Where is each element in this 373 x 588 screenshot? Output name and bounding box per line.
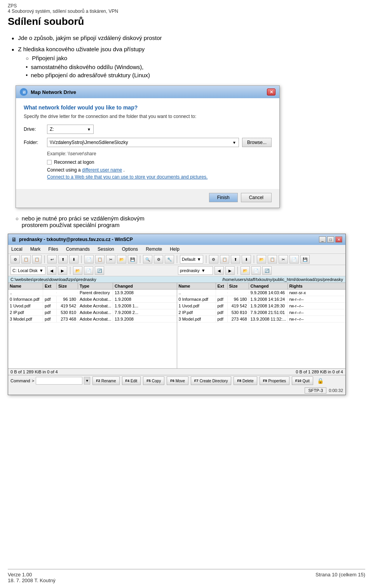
right-panel-row[interactable]: 2 IP.pdf pdf 530 810 7.9.2008 21:51:01 r… bbox=[177, 309, 346, 316]
different-user-link[interactable]: different user name bbox=[82, 167, 122, 173]
winscp-close-button[interactable]: ✕ bbox=[335, 236, 342, 243]
toolbar-btn-20[interactable]: 📋 bbox=[268, 255, 277, 264]
winscp-maximize-button[interactable]: □ bbox=[327, 236, 334, 243]
right-col-name[interactable]: Name bbox=[177, 283, 216, 289]
toolbar-btn-12[interactable]: 🔍 bbox=[143, 255, 152, 264]
toolbar-btn-8[interactable]: 📋 bbox=[95, 255, 105, 264]
toolbar-btn-7[interactable]: 📄 bbox=[84, 255, 94, 264]
web-site-link[interactable]: Connect to a Web site that you can use t… bbox=[47, 174, 207, 180]
drive-dropdown[interactable]: Z: ▼ bbox=[47, 125, 94, 134]
right-path-btn-1[interactable]: ◀ bbox=[214, 266, 224, 275]
dialog-close-button[interactable]: ✕ bbox=[267, 88, 275, 95]
toolbar-btn-17[interactable]: ⬆ bbox=[231, 255, 240, 264]
left-drive-dropdown[interactable]: C: Local Disk ▼ bbox=[10, 266, 45, 275]
left-cell-type: Parent directory bbox=[78, 290, 113, 296]
toolbar-btn-22[interactable]: 📄 bbox=[289, 255, 299, 264]
right-path-btn-3[interactable]: 📂 bbox=[241, 266, 250, 275]
left-drive-label: C: Local Disk bbox=[12, 268, 38, 273]
left-path-btn-1[interactable]: ◀ bbox=[47, 266, 56, 275]
menu-commands[interactable]: Commands bbox=[64, 246, 91, 253]
left-path-btn-3[interactable]: 📂 bbox=[73, 266, 82, 275]
menu-remote[interactable]: Remote bbox=[144, 246, 164, 253]
left-cell-size bbox=[57, 292, 78, 293]
left-panel-row[interactable]: 1 Uvod.pdf pdf 419 542 Adobe Acrobat... … bbox=[8, 303, 177, 309]
right-drive-dropdown[interactable]: prednasky ▼ bbox=[178, 266, 213, 275]
f4-edit-btn[interactable]: F4 Edit bbox=[122, 376, 141, 385]
f10-label: Quit bbox=[302, 379, 309, 383]
left-col-name[interactable]: Name bbox=[8, 283, 43, 289]
left-path-btn-5[interactable]: 🔄 bbox=[95, 266, 104, 275]
toolbar-btn-23[interactable]: 💾 bbox=[300, 255, 310, 264]
right-col-changed[interactable]: Changed bbox=[249, 283, 288, 289]
command-input[interactable] bbox=[36, 377, 82, 385]
left-panel-body: .. Parent directory 13.9.2008 0 Informac… bbox=[8, 290, 177, 368]
f9-props-btn[interactable]: F9 Properties bbox=[260, 376, 289, 385]
left-col-changed[interactable]: Changed bbox=[113, 283, 144, 289]
left-col-type[interactable]: Type bbox=[78, 283, 113, 289]
right-path-btn-4[interactable]: 📄 bbox=[251, 266, 261, 275]
menu-options[interactable]: Options bbox=[120, 246, 139, 253]
toolbar-btn-16[interactable]: 📋 bbox=[220, 255, 229, 264]
bullet-item-1: • Jde o způsob, jakým se připojí vzdálen… bbox=[12, 35, 365, 43]
right-cell-name: .. bbox=[177, 290, 216, 296]
toolbar-btn-11[interactable]: 💾 bbox=[128, 255, 137, 264]
toolbar-dropdown-default[interactable]: Default ▼ bbox=[180, 255, 203, 264]
toolbar-btn-21[interactable]: ✂ bbox=[279, 255, 288, 264]
toolbar-btn-19[interactable]: 📂 bbox=[257, 255, 266, 264]
toolbar-btn-18[interactable]: ⬇ bbox=[242, 255, 251, 264]
right-panel-row[interactable]: .. 9.9.2008 14:03:46 rwxr-sr-x bbox=[177, 290, 346, 296]
right-col-size[interactable]: Size bbox=[228, 283, 249, 289]
left-panel-row[interactable]: .. Parent directory 13.9.2008 bbox=[8, 290, 177, 296]
toolbar-btn-1[interactable]: ⚙ bbox=[10, 255, 20, 264]
f7-mkdir-btn[interactable]: F7 Create Directory bbox=[191, 376, 231, 385]
right-path-btn-2[interactable]: ▶ bbox=[225, 266, 235, 275]
menu-files[interactable]: Files bbox=[47, 246, 59, 253]
drive-value: Z: bbox=[50, 127, 54, 132]
left-col-ext[interactable]: Ext bbox=[43, 283, 57, 289]
toolbar-btn-4[interactable]: ↩ bbox=[47, 255, 57, 264]
f10-quit-btn[interactable]: F10 Quit bbox=[292, 376, 313, 385]
right-cell-size: 530 810 bbox=[228, 309, 249, 316]
toolbar-btn-2[interactable]: 📋 bbox=[21, 255, 31, 264]
toolbar-btn-13[interactable]: ⚙ bbox=[154, 255, 163, 264]
toolbar-btn-3[interactable]: 📋 bbox=[32, 255, 42, 264]
menu-help[interactable]: Help bbox=[168, 246, 181, 253]
right-path-btn-5[interactable]: 🔄 bbox=[262, 266, 272, 275]
menu-session[interactable]: Session bbox=[96, 246, 116, 253]
right-panel-row[interactable]: 1 Uvod.pdf pdf 419 542 1.9.2008 14:28:30… bbox=[177, 303, 346, 309]
finish-button[interactable]: Finish bbox=[209, 193, 238, 202]
right-panel-row[interactable]: 0 Informace.pdf pdf 96 180 1.9.2008 14:1… bbox=[177, 296, 346, 303]
reconnect-checkbox[interactable] bbox=[47, 160, 52, 165]
menu-mark[interactable]: Mark bbox=[29, 246, 42, 253]
toolbar-btn-14[interactable]: 🔧 bbox=[165, 255, 174, 264]
f8-delete-btn[interactable]: F8 Delete bbox=[234, 376, 257, 385]
right-cell-changed: 1.9.2008 14:28:30 bbox=[249, 303, 288, 309]
command-dropdown-btn[interactable]: ▼ bbox=[84, 377, 90, 385]
toolbar-btn-9[interactable]: ✂ bbox=[106, 255, 115, 264]
f6-move-btn[interactable]: F6 Move bbox=[167, 376, 188, 385]
browse-button[interactable]: Browse... bbox=[242, 138, 272, 147]
left-panel-row[interactable]: 3 Model.pdf pdf 273 468 Adobe Acrobat...… bbox=[8, 316, 177, 323]
folder-arrow: ▼ bbox=[232, 140, 236, 145]
toolbar-btn-5[interactable]: ⬆ bbox=[58, 255, 68, 264]
f2-rename-btn[interactable]: F2 Rename bbox=[92, 376, 119, 385]
menu-local[interactable]: Local bbox=[10, 246, 24, 253]
right-col-ext[interactable]: Ext bbox=[216, 283, 228, 289]
left-path-btn-4[interactable]: 📄 bbox=[84, 266, 93, 275]
left-panel-row[interactable]: 0 Informace.pdf pdf 96 180 Adobe Acrobat… bbox=[8, 296, 177, 303]
left-path-btn-2[interactable]: ▶ bbox=[58, 266, 67, 275]
right-col-rights[interactable]: Rights bbox=[288, 283, 315, 289]
toolbar-btn-6[interactable]: ⬇ bbox=[69, 255, 78, 264]
toolbar-btn-10[interactable]: 📂 bbox=[117, 255, 126, 264]
toolbar-btn-15[interactable]: ⚙ bbox=[209, 255, 218, 264]
winscp-menubar: Local Mark Files Commands Session Option… bbox=[8, 245, 345, 254]
winscp-minimize-button[interactable]: _ bbox=[319, 236, 326, 243]
left-panel-row[interactable]: 2 IP.pdf pdf 530 810 Adobe Acrobat... 7.… bbox=[8, 309, 177, 316]
cancel-button[interactable]: Cancel bbox=[241, 193, 272, 202]
right-panel-row[interactable]: 3 Model.pdf pdf 273 468 13.9.2008 11:32:… bbox=[177, 316, 346, 323]
folder-dropdown[interactable]: \\VzdalenySstroj\JmenoSdileneSlozky ▼ bbox=[47, 138, 239, 147]
right-drive-arrow: ▼ bbox=[201, 268, 206, 273]
f5-copy-btn[interactable]: F5 Copy bbox=[143, 376, 164, 385]
left-col-size[interactable]: Size bbox=[57, 283, 78, 289]
connect-after: . bbox=[124, 167, 125, 173]
